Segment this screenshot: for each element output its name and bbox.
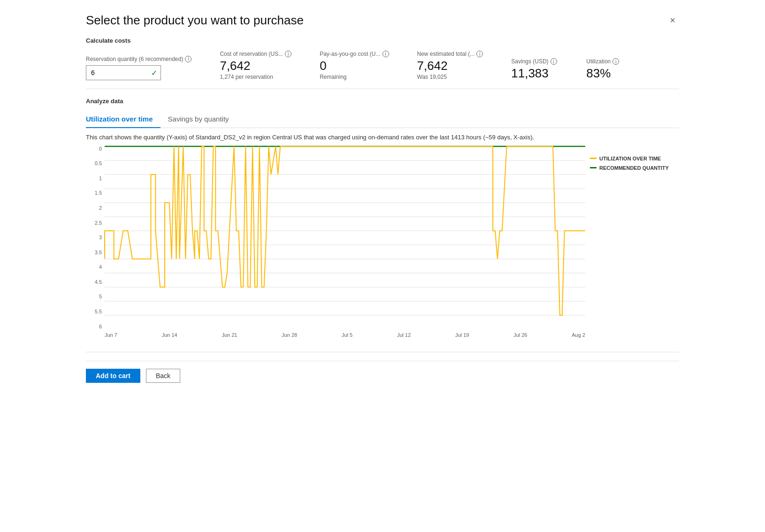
y-label-15: 1.5 (86, 190, 105, 196)
y-label-25: 2.5 (86, 220, 105, 226)
x-axis: Jun 7 Jun 14 Jun 21 Jun 28 Jul 5 Jul 12 … (105, 329, 585, 343)
cost-of-reservation-stat: Cost of reservation (US... i 7,642 1,274… (220, 51, 291, 80)
legend-utilization-label: UTILIZATION OVER TIME (599, 156, 661, 161)
x-label-jun21: Jun 21 (222, 332, 237, 338)
divider-1 (86, 89, 679, 89)
y-label-6: 6 (86, 324, 105, 329)
y-label-45: 4.5 (86, 280, 105, 285)
y-label-2: 2 (86, 205, 105, 211)
x-label-jul19: Jul 19 (455, 332, 469, 338)
new-estimated-stat: New estimated total (... i 7,642 Was 19,… (417, 51, 483, 80)
close-button[interactable]: × (666, 13, 679, 28)
legend-utilization-color (590, 158, 597, 159)
y-label-35: 3.5 (86, 250, 105, 255)
analyze-data-title: Analyze data (86, 98, 679, 105)
payasyougo-stat: Pay-as-you-go cost (U... i 0 Remaining (320, 51, 389, 80)
divider-2 (86, 352, 679, 352)
payasyougo-sub: Remaining (320, 74, 389, 80)
x-label-jul26: Jul 26 (513, 332, 527, 338)
x-label-jun28: Jun 28 (282, 332, 297, 338)
new-estimated-label: New estimated total (... (417, 51, 475, 57)
cost-reservation-label: Cost of reservation (US... (220, 51, 283, 57)
x-label-jul5: Jul 5 (342, 332, 352, 338)
chart-svg-container (105, 146, 585, 329)
new-estimated-info-icon[interactable]: i (476, 51, 483, 57)
quantity-label: Reservation quantity (6 recommended) (86, 56, 183, 62)
legend-recommended: RECOMMENDED QUANTITY (590, 165, 679, 171)
legend-recommended-color (590, 167, 597, 168)
cost-reservation-value: 7,642 (220, 59, 291, 73)
utilization-stat: Utilization i 83% (586, 58, 633, 80)
back-button[interactable]: Back (146, 369, 180, 383)
utilization-info-icon[interactable]: i (612, 58, 619, 65)
calculate-costs-title: Calculate costs (86, 37, 679, 44)
chart-container: 6 5.5 5 4.5 4 3.5 3 2.5 2 1.5 1 0.5 0 (86, 146, 679, 343)
utilization-label: Utilization (586, 58, 611, 65)
chart-description: This chart shows the quantity (Y-axis) o… (86, 134, 679, 141)
x-label-jun7: Jun 7 (105, 332, 117, 338)
savings-stat: Savings (USD) i 11,383 (511, 58, 558, 80)
new-estimated-value: 7,642 (417, 59, 483, 73)
new-estimated-sub: Was 19,025 (417, 74, 483, 80)
chart-svg (105, 146, 585, 329)
chart-legend: UTILIZATION OVER TIME RECOMMENDED QUANTI… (590, 156, 679, 175)
footer-buttons: Add to cart Back (86, 361, 679, 383)
modal-title: Select the product you want to purchase (86, 13, 304, 28)
x-label-jul12: Jul 12 (397, 332, 411, 338)
x-label-jun14: Jun 14 (162, 332, 177, 338)
cost-reservation-sub: 1,274 per reservation (220, 74, 291, 80)
check-icon: ✓ (151, 68, 157, 77)
tab-bar: Utilization over time Savings by quantit… (86, 111, 679, 128)
quantity-input[interactable] (86, 65, 161, 80)
quantity-info-icon[interactable]: i (185, 56, 191, 62)
savings-value: 11,383 (511, 67, 558, 80)
payasyougo-info-icon[interactable]: i (382, 51, 389, 57)
y-label-0: 0 (86, 146, 105, 152)
savings-info-icon[interactable]: i (551, 58, 557, 65)
payasyougo-label: Pay-as-you-go cost (U... (320, 51, 380, 57)
y-label-05: 0.5 (86, 161, 105, 166)
y-label-4: 4 (86, 265, 105, 270)
legend-utilization: UTILIZATION OVER TIME (590, 156, 679, 161)
payasyougo-value: 0 (320, 59, 389, 73)
legend-recommended-label: RECOMMENDED QUANTITY (599, 165, 669, 171)
savings-label: Savings (USD) (511, 58, 548, 65)
tab-savings[interactable]: Savings by quantity (168, 111, 237, 128)
utilization-value: 83% (586, 67, 633, 80)
x-label-aug2: Aug 2 (572, 332, 585, 338)
cost-reservation-info-icon[interactable]: i (285, 51, 291, 57)
y-label-5: 5 (86, 294, 105, 299)
y-axis: 6 5.5 5 4.5 4 3.5 3 2.5 2 1.5 1 0.5 0 (86, 146, 105, 329)
add-to-cart-button[interactable]: Add to cart (86, 369, 140, 383)
tab-utilization[interactable]: Utilization over time (86, 111, 161, 128)
y-label-1: 1 (86, 176, 105, 181)
y-label-3: 3 (86, 235, 105, 240)
y-label-55: 5.5 (86, 309, 105, 314)
quantity-field: Reservation quantity (6 recommended) i ✓ (86, 56, 191, 80)
